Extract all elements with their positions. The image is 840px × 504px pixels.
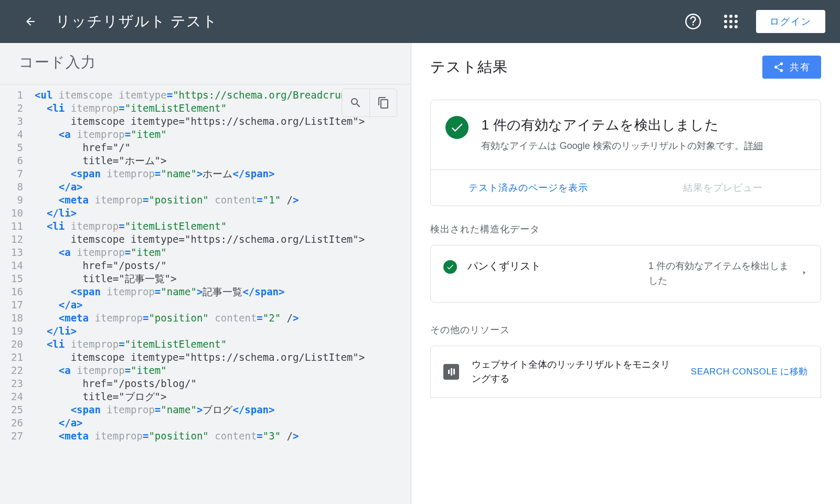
results-title: テスト結果 (430, 57, 762, 77)
help-icon (685, 14, 701, 29)
status-title: 1 件の有効なアイテムを検出しました (481, 116, 762, 134)
other-resources-label: その他のリソース (430, 324, 821, 336)
search-console-msg: ウェブサイト全体のリッチリザルトをモニタリングする (472, 358, 678, 386)
check-icon (445, 116, 469, 139)
app-header: リッチリザルト テスト ログイン (0, 0, 840, 43)
back-button[interactable] (18, 9, 43, 34)
detected-data-label: 検出された構造化データ (430, 223, 821, 235)
results-panel: テスト結果 共有 1 件の有効なアイテムを検出しました 有効なアイテムは Goo… (411, 43, 840, 504)
check-icon (443, 260, 457, 274)
detected-item-name: パンくずリスト (467, 259, 637, 273)
status-card: 1 件の有効なアイテムを検出しました 有効なアイテムは Google 検索のリッ… (430, 100, 821, 206)
apps-button[interactable] (718, 9, 743, 34)
code-editor[interactable]: 1234567891011121314151617181920212223242… (0, 84, 411, 504)
status-details-link[interactable]: 詳細 (744, 141, 763, 151)
share-button[interactable]: 共有 (762, 56, 821, 79)
app-title: リッチリザルト テスト (56, 12, 218, 31)
search-console-link[interactable]: SEARCH CONSOLE に移動 (691, 365, 808, 379)
detected-item-card: パンくずリスト 1 件の有効なアイテムを検出しました (430, 245, 821, 303)
detected-item-detail: 1 件の有効なアイテムを検出しました (648, 259, 790, 288)
arrow-left-icon (24, 15, 37, 28)
view-tested-page-button[interactable]: テスト済みのページを表示 (431, 170, 625, 206)
apps-icon (724, 15, 738, 28)
bar-chart-icon (443, 364, 459, 380)
share-button-label: 共有 (790, 61, 811, 73)
code-panel: コード入力 1234567891011121314151617181920212… (0, 43, 411, 504)
preview-results-button: 結果をプレビュー (626, 170, 821, 206)
chevron-right-icon (801, 269, 808, 278)
search-console-card[interactable]: ウェブサイト全体のリッチリザルトをモニタリングする SEARCH CONSOLE… (430, 346, 821, 398)
help-button[interactable] (680, 9, 706, 34)
copy-icon (377, 96, 390, 109)
detected-item-row[interactable]: パンくずリスト 1 件の有効なアイテムを検出しました (431, 245, 821, 302)
login-button[interactable]: ログイン (756, 10, 825, 33)
code-copy-button[interactable] (369, 89, 397, 116)
code-toolbar (342, 89, 397, 117)
share-icon (773, 61, 784, 73)
code-search-button[interactable] (342, 89, 369, 116)
status-description: 有効なアイテムは Google 検索のリッチリザルトの対象です。詳細 (481, 138, 762, 154)
code-panel-title: コード入力 (19, 52, 392, 72)
search-icon (349, 96, 362, 109)
